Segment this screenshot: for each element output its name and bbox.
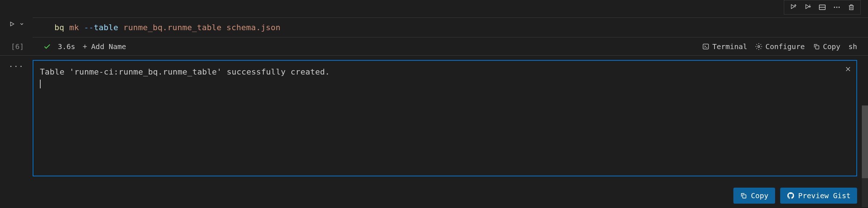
terminal-cursor: [40, 80, 41, 88]
execution-duration: 3.6s: [58, 42, 75, 51]
svg-point-6: [839, 7, 840, 8]
add-name-label: Add Name: [91, 42, 126, 51]
output-terminal[interactable]: Table 'runme-ci:runme_bq.runme_table' su…: [33, 60, 857, 176]
terminal-button[interactable]: Terminal: [702, 42, 747, 51]
code-cell: bq mk --table runme_bq.runme_table schem…: [0, 0, 868, 37]
run-below-button[interactable]: [801, 1, 815, 13]
code-token-flag-dashes: --: [84, 23, 94, 32]
output-gutter: ···: [0, 60, 33, 176]
more-actions-button[interactable]: [830, 1, 844, 13]
output-section: ··· Table 'runme-ci:runme_bq.runme_table…: [0, 56, 868, 181]
svg-rect-15: [815, 45, 819, 49]
configure-button[interactable]: Configure: [755, 42, 804, 51]
language-label[interactable]: sh: [848, 42, 857, 51]
terminal-label: Terminal: [712, 42, 747, 51]
configure-label: Configure: [765, 42, 804, 51]
output-more-button[interactable]: ···: [9, 62, 24, 176]
execution-count: [6]: [11, 42, 24, 51]
output-actions: Copy Preview Gist: [733, 188, 857, 204]
svg-point-5: [836, 7, 837, 8]
preview-gist-button[interactable]: Preview Gist: [780, 188, 857, 204]
success-check-icon: [43, 43, 51, 51]
code-token-arg1: runme_bq.runme_table: [123, 23, 222, 32]
svg-point-14: [758, 45, 760, 47]
svg-point-4: [834, 7, 835, 8]
scrollbar[interactable]: [862, 105, 868, 207]
copy-label: Copy: [823, 42, 840, 51]
cell-toolbar: [784, 0, 861, 15]
code-token-cmd: bq: [54, 23, 64, 32]
delete-cell-button[interactable]: [844, 1, 859, 13]
cell-gutter: [0, 17, 33, 31]
svg-rect-18: [743, 195, 746, 198]
copy-output-label: Copy: [751, 191, 768, 200]
svg-marker-1: [806, 5, 809, 9]
add-name-button[interactable]: Add Name: [82, 42, 126, 51]
run-above-button[interactable]: [786, 1, 801, 13]
cell-status-bar: [6] 3.6s Add Name Terminal: [0, 37, 868, 56]
preview-gist-label: Preview Gist: [798, 191, 851, 200]
split-panel-button[interactable]: [815, 1, 830, 13]
code-token-arg2: schema.json: [226, 23, 281, 32]
code-token-flag-name: table: [94, 23, 118, 32]
copy-code-button[interactable]: Copy: [813, 42, 840, 51]
chevron-down-icon[interactable]: [19, 21, 24, 27]
code-token-sub: mk: [69, 23, 79, 32]
scrollbar-thumb[interactable]: [862, 105, 868, 178]
output-text: Table 'runme-ci:runme_bq.runme_table' su…: [40, 66, 850, 78]
close-output-button[interactable]: [845, 66, 851, 72]
svg-marker-9: [11, 22, 14, 26]
code-editor[interactable]: bq mk --table runme_bq.runme_table schem…: [33, 17, 868, 37]
run-cell-button[interactable]: [9, 21, 15, 27]
copy-output-button[interactable]: Copy: [733, 188, 775, 204]
svg-marker-0: [791, 5, 795, 9]
